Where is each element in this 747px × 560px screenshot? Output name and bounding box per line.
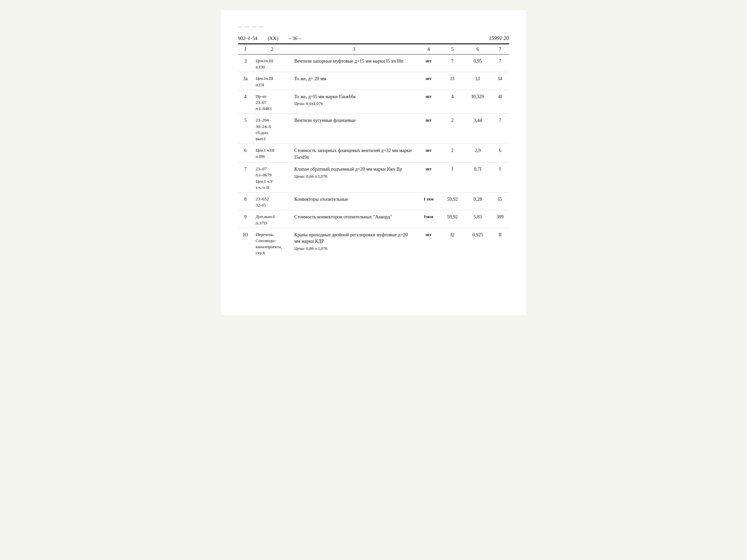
col-header-6: 6 <box>464 44 491 55</box>
row-unit: шт <box>417 72 440 90</box>
row-description: Конвекторы отопительные <box>292 193 417 210</box>
row-unit: шт <box>417 55 440 72</box>
row-price: 0,95 <box>464 55 491 72</box>
row-unit: шт <box>417 114 440 144</box>
row-ref: Цен.Iч.III п.I30 <box>253 55 291 72</box>
row-num: 8 <box>238 193 253 210</box>
row-description: То же, д=I5 мм марки I5нж6бкЦена: 9,6хI,… <box>292 90 417 114</box>
row-qty: 7 <box>440 55 464 72</box>
row-total: I <box>491 163 509 193</box>
row-price: 0,28 <box>464 193 491 210</box>
header-row: 902–I–54 (XX) – 36 – 15991·20 <box>238 35 509 41</box>
col-header-3: 3 <box>292 44 417 55</box>
row-description: Клапан обратный подъемный д=20 мм марки … <box>292 163 417 193</box>
row-description: Стоимость запорных фланцевых вентилей д=… <box>292 144 417 163</box>
row-description: То же, д= 20 мм <box>292 72 417 90</box>
row-sub-description: Цена: 0,66 х I,076 <box>294 173 414 179</box>
table-row: 6Цен.I ч.III п.I86Стоимость запорных фла… <box>238 144 509 163</box>
row-total: I4 <box>491 72 509 90</box>
row-num: 4 <box>238 90 253 114</box>
row-total: I5 <box>491 193 509 210</box>
table-row: 9Доп.вып.6 п.37I3Стоимость конвекторов о… <box>238 210 509 228</box>
row-ref: Перечень Союзводо- каналпроекта, стр.6 <box>253 228 291 258</box>
row-num: 6 <box>238 144 253 163</box>
table-row: 823–652 32–I5Конвекторы отопительныеI эх… <box>238 193 509 210</box>
row-description: Стоимость конвекторов отопительных "Акко… <box>292 210 417 228</box>
row-ref: Пр-нт 23–07 п.I–0483 <box>253 90 291 114</box>
row-unit: шт <box>417 144 440 163</box>
row-ref: Доп.вып.6 п.37I3 <box>253 210 291 228</box>
table-row: 523–204 30–24–б сб.доп. вып.IВентили чуг… <box>238 114 509 144</box>
row-num: 5 <box>238 114 253 144</box>
row-description: Вентили запорные муфтовые д=15 мм марки … <box>292 55 417 72</box>
col-header-5: 5 <box>440 44 464 55</box>
row-num: 7 <box>238 163 253 193</box>
row-price: 5,83 <box>464 210 491 228</box>
row-qty: 59,92 <box>440 193 464 210</box>
row-description: Вентили чугунные фланцевые <box>292 114 417 144</box>
header-xx: (XX) <box>268 36 278 41</box>
doc-number: 902–I–54 <box>238 36 258 41</box>
header-left: 902–I–54 (XX) – 36 – <box>238 36 302 41</box>
row-description: Краны проходные двойной регулировки муфт… <box>292 228 417 258</box>
table-row: 4Пр-нт 23–07 п.I–0483То же, д=I5 мм марк… <box>238 90 509 114</box>
row-qty: 59,92 <box>440 210 464 228</box>
row-price: I,I <box>464 72 491 90</box>
row-total: 7 <box>491 114 509 144</box>
row-unit: шт <box>417 228 440 258</box>
row-total: 6 <box>491 144 509 163</box>
row-ref: 23–652 32–I5 <box>253 193 291 210</box>
row-ref: 23–204 30–24–б сб.доп. вып.I <box>253 114 291 144</box>
table-row: 3Цен.Iч.III п.I30Вентили запорные муфтов… <box>238 55 509 72</box>
row-total: II <box>491 228 509 258</box>
row-price: 0,925 <box>464 228 491 258</box>
row-sub-description: Цена: 0,86 х I,076 <box>294 245 414 252</box>
top-dashes: — — — — <box>238 24 509 29</box>
table-row: 723–07 п.I–0679 Цен.I ч.У т.ч. п.IIКлапа… <box>238 163 509 193</box>
row-qty: I <box>440 163 464 193</box>
row-unit: шт <box>417 90 440 114</box>
row-qty: 2 <box>440 144 464 163</box>
col-header-4: 4 <box>417 44 440 55</box>
row-qty: I2 <box>440 228 464 258</box>
row-ref: Цен.I ч.III п.I86 <box>253 144 291 163</box>
row-ref: 23–07 п.I–0679 Цен.I ч.У т.ч. п.II <box>253 163 291 193</box>
row-num: 9 <box>238 210 253 228</box>
row-unit: шт <box>417 163 440 193</box>
row-ref: Цен.Iч.III п.I3I <box>253 72 291 90</box>
col-header-1: I <box>238 44 253 55</box>
row-price: I0,329 <box>464 90 491 114</box>
col-header-2: 2 <box>253 44 291 55</box>
main-table: I 2 3 4 5 6 7 3Цен.Iч.III п.I30Вентили з… <box>238 44 509 258</box>
row-num: 3а <box>238 72 253 90</box>
row-sub-description: Цена: 9,6хI,076 <box>294 101 414 107</box>
row-num: 3 <box>238 55 253 72</box>
row-total: 4I <box>491 90 509 114</box>
catalog-number: 15991·20 <box>489 35 509 41</box>
col-header-7: 7 <box>491 44 509 55</box>
row-total: 309 <box>491 210 509 228</box>
row-unit: I эхм <box>417 193 440 210</box>
page-container: — — — — 902–I–54 (XX) – 36 – 15991·20 I … <box>221 10 526 315</box>
row-price: 0,7I <box>464 163 491 193</box>
row-price: 3,44 <box>464 114 491 144</box>
row-num: IO <box>238 228 253 258</box>
row-price: 2,9 <box>464 144 491 163</box>
row-unit: Iэкм <box>417 210 440 228</box>
row-total: 7 <box>491 55 509 72</box>
column-header-row: I 2 3 4 5 6 7 <box>238 44 509 55</box>
row-qty: I3 <box>440 72 464 90</box>
table-row: 3аЦен.Iч.III п.I3IТо же, д= 20 ммштI3I,I… <box>238 72 509 90</box>
table-row: IOПеречень Союзводо- каналпроекта, стр.6… <box>238 228 509 258</box>
header-page: – 36 – <box>289 36 302 41</box>
row-qty: 2 <box>440 114 464 144</box>
row-qty: 4 <box>440 90 464 114</box>
